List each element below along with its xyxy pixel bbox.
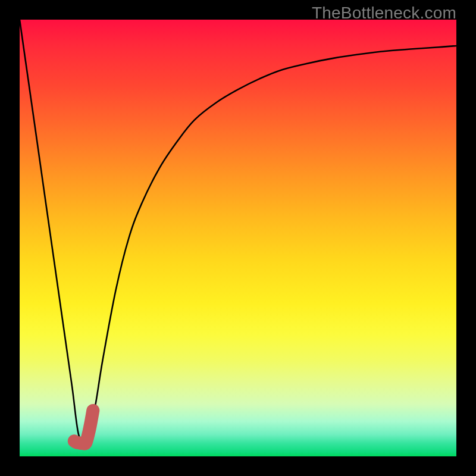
bottleneck-curve (20, 20, 456, 442)
watermark-text: TheBottleneck.com (312, 4, 456, 23)
plot-area (20, 20, 456, 456)
chart-frame: TheBottleneck.com (0, 0, 476, 476)
chart-svg (20, 20, 456, 456)
